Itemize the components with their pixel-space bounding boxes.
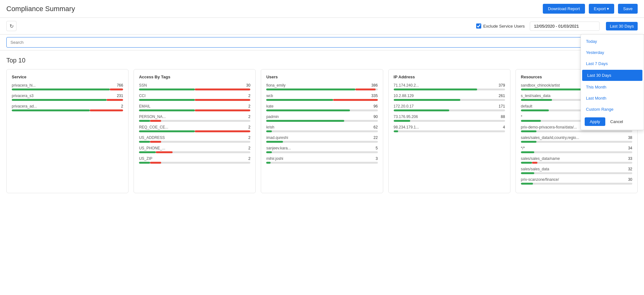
bar-green	[139, 141, 150, 143]
list-item: */*34	[521, 146, 632, 153]
bar-container	[266, 109, 378, 111]
bar-green	[12, 109, 90, 111]
data-value: 766	[117, 83, 123, 88]
list-item: 73.176.95.20688	[394, 115, 505, 122]
bar-container	[266, 151, 378, 153]
data-value: 2	[248, 115, 251, 119]
data-label: priv-scanzone/finance/	[521, 177, 559, 182]
data-value: 32	[628, 167, 632, 171]
bar-green	[139, 109, 195, 111]
data-value: 96	[373, 104, 378, 108]
date-range-preset-button[interactable]: Last 30 Days	[606, 22, 638, 30]
bar-green	[394, 88, 477, 90]
bar-container	[521, 172, 632, 174]
bar-container	[521, 130, 632, 132]
bar-container	[521, 183, 632, 185]
page-title: Compliance Summary	[6, 5, 539, 13]
bar-container	[266, 162, 378, 164]
list-item: privacera_hi...766	[12, 83, 123, 90]
bar-green	[521, 120, 541, 122]
dropdown-item-last30days[interactable]: Last 30 Days	[582, 70, 642, 81]
list-item: privacera_s3231	[12, 94, 123, 101]
dropdown-item-yesterday[interactable]: Yesterday	[581, 47, 644, 58]
list-item: sales/sales_data/id,country,regio...38	[521, 135, 632, 143]
list-item: 10.2.88.129261	[394, 94, 505, 101]
bar-red	[532, 162, 538, 164]
list-item: kate96	[266, 104, 378, 111]
bar-green	[266, 109, 350, 111]
export-button[interactable]: Export ▾	[589, 4, 614, 14]
refresh-button[interactable]: ↻	[6, 21, 16, 31]
data-value: 30	[246, 83, 250, 88]
bar-green	[139, 151, 156, 153]
bar-container	[139, 141, 250, 143]
bar-green	[521, 109, 549, 111]
data-label: 98.234.179.1...	[394, 125, 419, 129]
list-item: mihir.joshi3	[266, 156, 378, 164]
data-label: 73.176.95.206	[394, 115, 418, 119]
bar-red	[355, 88, 375, 90]
dropdown-item-last7days[interactable]: Last 7 Days	[581, 58, 644, 69]
list-item: sanjeev.kara...5	[266, 146, 378, 153]
list-item: REQ_COE_CE...2	[139, 125, 250, 132]
data-label: */*	[521, 146, 525, 150]
bar-green	[521, 141, 536, 143]
card-3: IP Address71.174.240.2...37910.2.88.1292…	[388, 69, 510, 193]
download-report-button[interactable]: Download Report	[543, 4, 585, 14]
dropdown-item-thismonth[interactable]: This Month	[581, 82, 644, 93]
data-label: privacera_hi...	[12, 83, 36, 88]
data-value: 90	[373, 115, 378, 119]
bar-red	[195, 99, 251, 101]
data-value: 171	[499, 104, 505, 108]
data-label: kate	[266, 104, 273, 108]
cards-row: Serviceprivacera_hi...766privacera_s3231…	[6, 69, 638, 193]
cancel-button[interactable]: Cancel	[608, 117, 626, 126]
bar-green	[266, 162, 271, 164]
save-button[interactable]: Save	[618, 4, 638, 14]
chevron-down-icon: ▾	[607, 6, 609, 11]
list-item: EMAIL2	[139, 104, 250, 111]
bar-green	[266, 88, 355, 90]
bar-container	[139, 162, 250, 164]
list-item: priv-scanzone/finance/30	[521, 177, 632, 185]
header: Compliance Summary Download Report Expor…	[0, 0, 644, 18]
exclude-service-users-checkbox[interactable]	[476, 23, 481, 29]
data-label: REQ_COE_CE...	[139, 125, 168, 129]
bar-container	[12, 88, 123, 90]
data-label: sales/sales_data	[521, 167, 549, 171]
bar-green	[521, 151, 534, 153]
apply-button[interactable]: Apply	[585, 117, 605, 126]
bar-green	[12, 99, 107, 101]
bar-green	[139, 162, 150, 164]
list-item: fiona_emily386	[266, 83, 378, 90]
bar-container	[266, 120, 378, 122]
data-value: 335	[371, 94, 378, 98]
data-value: 62	[373, 125, 378, 129]
list-item: padmin90	[266, 115, 378, 122]
bar-green	[139, 130, 195, 132]
data-value: 386	[371, 83, 378, 88]
bar-green	[521, 162, 532, 164]
data-value: 2	[248, 125, 251, 129]
dropdown-item-today[interactable]: Today	[581, 36, 644, 47]
bar-red	[110, 88, 123, 90]
list-item: sales/sales_data32	[521, 167, 632, 174]
bar-red	[107, 99, 123, 101]
data-label: PERSON_NA...	[139, 115, 166, 119]
data-label: 71.174.240.2...	[394, 83, 419, 88]
list-item: PERSON_NA...2	[139, 115, 250, 122]
toolbar: ↻ Exclude Service Users Last 30 Days Tod…	[0, 18, 644, 35]
bar-container	[266, 88, 378, 90]
bar-container	[139, 99, 250, 101]
data-label: US_PHONE_...	[139, 146, 165, 150]
list-item: krish62	[266, 125, 378, 132]
search-input[interactable]	[6, 37, 638, 48]
dropdown-item-lastmonth[interactable]: Last Month	[581, 93, 644, 104]
data-label: sandbox_chinook/artist	[521, 83, 560, 88]
section-title: Top 10	[6, 57, 638, 64]
data-value: 379	[499, 83, 505, 88]
date-range-input[interactable]	[530, 22, 600, 31]
card-title-1: Access By Tags	[139, 75, 250, 79]
dropdown-item-customrange[interactable]: Custom Range	[581, 104, 644, 115]
data-value: 2	[248, 156, 251, 161]
